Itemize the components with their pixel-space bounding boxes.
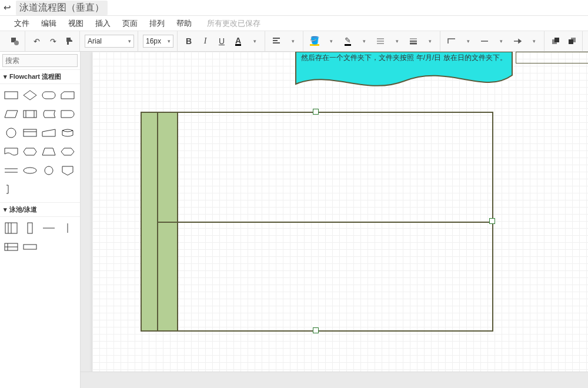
canvas-swimlane-pool[interactable] [141,112,493,332]
titlebar: ↩ 泳道流程图（垂直） [0,0,588,16]
svg-rect-8 [24,111,36,118]
canvas-rect-fragment[interactable] [516,52,588,63]
menu-arrange[interactable]: 排列 [149,18,165,29]
shape-divider-h[interactable] [39,219,58,238]
font-family-value: Arial [88,37,102,45]
line-width-icon[interactable] [407,35,420,48]
shape-cylinder[interactable] [58,123,77,142]
font-size-value: 16px [146,37,161,45]
shape-circle[interactable] [2,123,21,142]
document-title[interactable]: 泳道流程图（垂直） [16,1,108,15]
shape-terminal[interactable] [2,161,21,180]
section-pool-label: 泳池/泳道 [9,205,37,214]
arrow-end-icon[interactable] [511,35,524,48]
shape-card[interactable] [58,86,77,105]
shape-pool-vertical[interactable] [2,219,21,238]
drawing-grid[interactable]: 然后存在一个文件夹下，文件夹按照 年/月/日 放在日的文件夹下。 [92,52,588,372]
line-width-dropdown-icon[interactable]: ▾ [423,35,436,48]
shape-circle2[interactable] [39,161,58,180]
menu-help[interactable]: 帮助 [176,18,192,29]
menu-view[interactable]: 视图 [68,18,83,29]
svg-point-12 [45,166,53,175]
svg-rect-16 [24,245,36,249]
search-input[interactable]: 🔍 [2,54,78,67]
collapse-icon: ▾ [4,73,7,81]
shape-rounded[interactable] [39,86,58,105]
shape-hex2[interactable] [58,142,77,161]
pool-title-column[interactable] [142,113,158,330]
undo-icon[interactable]: ↶ [30,35,43,48]
font-size-select[interactable]: 16px▾ [143,35,173,48]
align-left-icon[interactable] [270,35,283,48]
shape-document[interactable] [2,142,21,161]
shape-trapezoid[interactable] [39,142,58,161]
shape-ellipse-wide[interactable] [21,161,39,180]
svg-point-9 [6,128,16,138]
collapse-icon: ▾ [4,206,7,213]
shape-parallelogram[interactable] [2,105,21,123]
shape-pool-horizontal[interactable] [2,238,21,256]
selection-handle-e[interactable] [489,218,495,224]
menubar: 文件 编辑 视图 插入 页面 排列 帮助 所有更改已保存 [0,16,588,31]
menu-edit[interactable]: 编辑 [41,18,56,29]
sidebar: 🔍 ▾ Flowchart 流程图 [0,52,81,388]
pool-lane-divider[interactable] [158,222,492,223]
shape-double-rect[interactable] [21,123,39,142]
arrow-start-dropdown-icon[interactable]: ▾ [495,35,507,48]
shape-manual-input[interactable] [39,123,58,142]
connector-style-icon[interactable] [445,35,458,48]
svg-rect-7 [42,92,55,99]
workspace: 🔍 ▾ Flowchart 流程图 [0,52,588,388]
shape-rectangle[interactable] [2,86,21,105]
format-painter-icon[interactable] [63,35,76,48]
shape-stored-data[interactable] [39,105,58,123]
font-family-select[interactable]: Arial▾ [85,35,134,48]
section-pool-header[interactable]: ▾ 泳池/泳道 [0,202,80,217]
selection-handle-s[interactable] [313,327,319,333]
menu-file[interactable]: 文件 [14,18,29,29]
toolbar: ↶ ↷ Arial▾ 16px▾ B I U A ▾ ▾ 🪣▾ ✎▾ ▾ ▾ ▾… [0,31,588,52]
to-back-icon[interactable] [566,35,579,48]
redo-icon[interactable]: ↷ [46,35,59,48]
line-style-dropdown-icon[interactable]: ▾ [390,35,403,48]
font-color-button[interactable]: A [232,35,245,48]
svg-rect-14 [28,223,32,233]
connector-dropdown-icon[interactable]: ▾ [462,35,475,48]
shape-lane-vertical[interactable] [21,219,39,238]
align-dropdown-icon[interactable]: ▾ [286,35,299,48]
to-front-icon[interactable] [549,35,562,48]
canvas-area[interactable]: 然后存在一个文件夹下，文件夹按照 年/月/日 放在日的文件夹下。 [81,52,588,388]
menu-page[interactable]: 页面 [122,18,138,29]
svg-rect-10 [24,129,36,136]
shape-divider-v[interactable] [58,219,77,238]
font-color-dropdown-icon[interactable]: ▾ [248,35,261,48]
shape-lane-horizontal[interactable] [21,238,39,256]
svg-rect-5 [569,39,573,44]
fill-color-button[interactable]: 🪣 [308,35,321,48]
bold-button[interactable]: B [182,35,195,48]
canvas-document-shape[interactable]: 然后存在一个文件夹下，文件夹按照 年/月/日 放在日的文件夹下。 [295,52,513,93]
arrow-end-dropdown-icon[interactable]: ▾ [527,35,540,48]
shape-diamond[interactable] [21,86,39,105]
section-flowchart-header[interactable]: ▾ Flowchart 流程图 [0,69,80,84]
fill-color-dropdown-icon[interactable]: ▾ [325,35,338,48]
line-color-dropdown-icon[interactable]: ▾ [358,35,370,48]
canvas-document-text: 然后存在一个文件夹下，文件夹按照 年/月/日 放在日的文件夹下。 [301,53,507,63]
svg-point-1 [14,41,19,45]
shape-delay[interactable] [58,105,77,123]
line-color-button[interactable]: ✎ [341,35,354,48]
shape-add-icon[interactable] [8,35,21,48]
shape-offpage[interactable] [58,161,77,180]
flowchart-shape-grid [0,84,80,202]
shape-bracket[interactable] [2,180,21,199]
pool-shape-grid [0,217,80,260]
selection-handle-n[interactable] [313,109,319,115]
arrow-start-icon[interactable] [478,35,491,48]
underline-button[interactable]: U [215,35,228,48]
back-icon[interactable]: ↩ [4,2,11,13]
menu-insert[interactable]: 插入 [95,18,111,29]
italic-button[interactable]: I [199,35,212,48]
line-style-icon[interactable] [374,35,387,48]
shape-hexagon[interactable] [21,142,39,161]
shape-subprocess[interactable] [21,105,39,123]
